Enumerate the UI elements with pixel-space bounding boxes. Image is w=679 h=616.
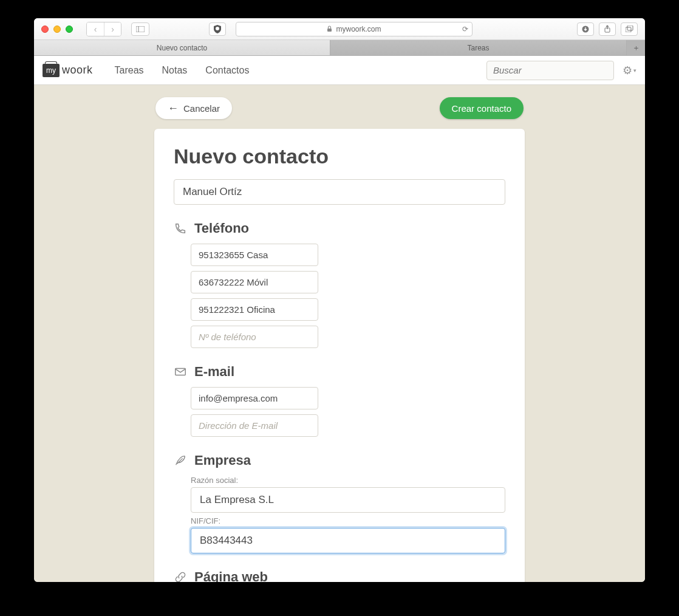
browser-tab[interactable]: Tareas <box>330 40 627 55</box>
phone-icon <box>174 222 187 235</box>
logo-icon: my <box>43 64 60 77</box>
razon-social-label: Razón social: <box>191 476 505 485</box>
email-input-empty[interactable] <box>191 414 318 437</box>
create-contact-button[interactable]: Crear contacto <box>440 97 524 119</box>
gear-icon: ⚙ <box>623 64 632 77</box>
share-icon[interactable] <box>599 22 616 36</box>
contact-name-input[interactable] <box>174 179 505 205</box>
sidebar-toggle-icon[interactable] <box>131 22 149 36</box>
privacy-shield-icon[interactable] <box>209 22 226 36</box>
minimize-window-icon[interactable] <box>53 26 61 33</box>
feather-icon <box>174 454 187 467</box>
phone-input[interactable] <box>191 271 318 293</box>
app-navbar: my woork Tareas Notas Contactos ⚙▾ <box>34 56 645 85</box>
svg-point-2 <box>216 27 219 30</box>
section-title-phone: Teléfono <box>194 221 249 236</box>
browser-titlebar: ‹ › mywoork.com ⟳ <box>34 18 645 40</box>
url-text: mywoork.com <box>336 25 381 33</box>
nav-link-tareas[interactable]: Tareas <box>115 65 144 76</box>
nav-link-notas[interactable]: Notas <box>162 65 188 76</box>
download-icon[interactable] <box>577 22 594 36</box>
svg-rect-3 <box>327 29 332 32</box>
svg-rect-6 <box>626 27 631 32</box>
phone-input-empty[interactable] <box>191 326 318 348</box>
back-button[interactable]: ‹ <box>87 22 104 36</box>
cancel-button[interactable]: ← Cancelar <box>155 97 232 119</box>
section-title-company: Empresa <box>194 453 251 468</box>
new-tab-button[interactable]: ＋ <box>627 40 645 55</box>
logo-text: woork <box>62 64 93 77</box>
chevron-down-icon: ▾ <box>633 67 636 74</box>
email-input[interactable] <box>191 387 318 409</box>
phone-input[interactable] <box>191 244 318 266</box>
razon-social-input[interactable] <box>191 487 505 513</box>
nif-cif-input[interactable] <box>191 528 505 553</box>
page-title: Nuevo contacto <box>174 145 505 168</box>
phone-input[interactable] <box>191 298 318 321</box>
maximize-window-icon[interactable] <box>66 26 73 33</box>
section-title-email: E-mail <box>194 364 234 380</box>
browser-tabbar: Nuevo contacto Tareas ＋ <box>34 40 645 56</box>
arrow-left-icon: ← <box>168 103 179 114</box>
svg-rect-8 <box>176 369 186 375</box>
section-title-web: Página web <box>194 569 268 582</box>
reload-icon[interactable]: ⟳ <box>462 25 468 33</box>
settings-menu[interactable]: ⚙▾ <box>623 64 636 77</box>
logo[interactable]: my woork <box>43 64 93 77</box>
browser-tab[interactable]: Nuevo contacto <box>34 40 330 55</box>
nav-link-contactos[interactable]: Contactos <box>205 65 249 76</box>
search-input[interactable] <box>486 61 614 80</box>
form-card: Nuevo contacto Teléfono <box>154 129 525 582</box>
svg-rect-7 <box>627 26 633 30</box>
link-icon <box>174 570 187 582</box>
tabs-icon[interactable] <box>621 22 638 36</box>
nif-cif-label: NIF/CIF: <box>191 516 505 525</box>
svg-rect-0 <box>136 26 145 32</box>
forward-button[interactable]: › <box>104 22 121 36</box>
close-window-icon[interactable] <box>41 26 49 33</box>
email-icon <box>174 365 187 378</box>
lock-icon <box>327 26 332 32</box>
url-bar[interactable]: mywoork.com ⟳ <box>236 22 473 36</box>
cancel-label: Cancelar <box>183 103 220 114</box>
